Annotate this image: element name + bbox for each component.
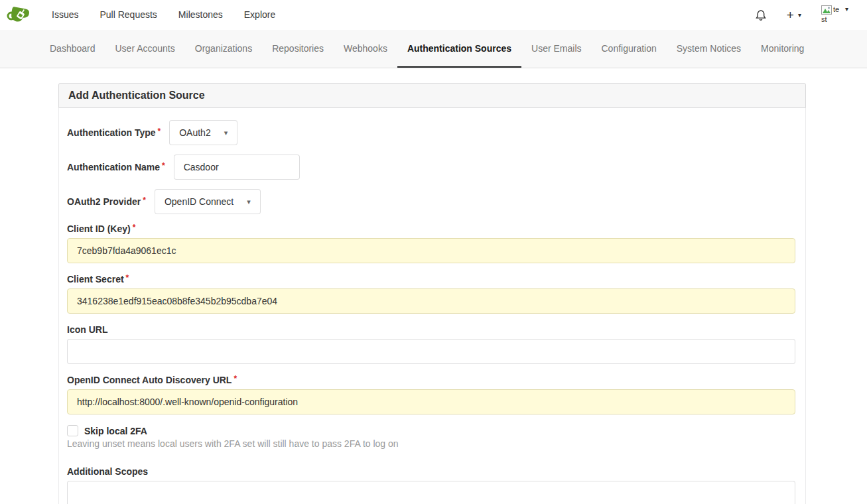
field-additional-scopes: Additional Scopes: [67, 466, 795, 504]
required-mark: *: [126, 273, 129, 283]
tab-authentication-sources[interactable]: Authentication Sources: [397, 30, 521, 68]
chevron-down-icon: ▾: [224, 129, 228, 137]
client-secret-label: Client Secret*: [67, 274, 795, 284]
tab-user-accounts[interactable]: User Accounts: [105, 30, 185, 68]
top-navbar: Issues Pull Requests Milestones Explore …: [0, 0, 867, 30]
tab-dashboard[interactable]: Dashboard: [40, 30, 105, 68]
required-mark: *: [158, 127, 161, 136]
tab-system-notices[interactable]: System Notices: [667, 30, 751, 68]
user-menu-dropdown[interactable]: test ▾: [821, 5, 848, 25]
discovery-url-label: OpenID Connect Auto Discovery URL*: [67, 375, 795, 385]
field-oauth2-provider: OAuth2 Provider* OpenID Connect ▾: [67, 189, 795, 214]
required-mark: *: [133, 223, 136, 232]
authentication-name-label: Authentication Name*: [67, 162, 165, 172]
main-content: Add Authentication Source Authentication…: [58, 83, 806, 504]
nav-item-explore[interactable]: Explore: [233, 0, 286, 30]
chevron-down-icon: ▾: [798, 11, 801, 19]
nav-item-pull-requests[interactable]: Pull Requests: [89, 0, 167, 30]
additional-scopes-label: Additional Scopes: [67, 466, 795, 477]
client-id-input[interactable]: [67, 238, 795, 263]
oauth2-provider-label: OAuth2 Provider*: [67, 196, 146, 207]
required-mark: *: [162, 161, 165, 170]
page-title: Add Authentication Source: [58, 83, 806, 108]
tab-configuration[interactable]: Configuration: [592, 30, 667, 68]
auth-source-form: Authentication Type* OAuth2 ▾ Authentica…: [58, 108, 806, 504]
tab-repositories[interactable]: Repositories: [262, 30, 334, 68]
icon-url-label: Icon URL: [67, 324, 795, 335]
nav-item-issues[interactable]: Issues: [41, 0, 89, 30]
skip-local-2fa-label[interactable]: Skip local 2FA: [84, 426, 147, 436]
plus-icon: +: [787, 9, 794, 21]
skip-local-2fa-checkbox[interactable]: [67, 425, 78, 436]
gitea-logo[interactable]: [7, 5, 31, 26]
admin-tab-bar: Dashboard User Accounts Organizations Re…: [0, 30, 867, 68]
nav-item-milestones[interactable]: Milestones: [168, 0, 233, 30]
gitea-logo-icon: [7, 5, 31, 26]
tab-organizations[interactable]: Organizations: [185, 30, 262, 68]
navbar-right: + ▾ test ▾: [755, 5, 848, 25]
authentication-type-label: Authentication Type*: [67, 127, 161, 138]
skip-local-2fa-help: Leaving unset means local users with 2FA…: [67, 438, 795, 449]
chevron-down-icon: ▾: [845, 5, 848, 13]
notifications-button[interactable]: [755, 9, 767, 21]
client-id-label: Client ID (Key)*: [67, 223, 795, 234]
icon-url-input[interactable]: [67, 339, 795, 364]
skip-local-2fa-row: Skip local 2FA: [67, 425, 795, 436]
chevron-down-icon: ▾: [247, 198, 251, 206]
authentication-type-select[interactable]: OAuth2 ▾: [169, 120, 237, 145]
required-mark: *: [233, 374, 237, 383]
client-secret-input[interactable]: [67, 288, 795, 314]
bell-icon: [755, 9, 767, 21]
broken-image-icon: [821, 5, 833, 15]
oauth2-provider-value: OpenID Connect: [165, 196, 233, 207]
avatar: test: [821, 5, 841, 25]
tab-webhooks[interactable]: Webhooks: [334, 30, 397, 68]
field-client-secret: Client Secret*: [67, 274, 795, 314]
navbar-left: Issues Pull Requests Milestones Explore: [7, 0, 286, 30]
required-mark: *: [143, 196, 146, 205]
tab-user-emails[interactable]: User Emails: [521, 30, 591, 68]
field-client-id: Client ID (Key)*: [67, 223, 795, 263]
discovery-url-input[interactable]: [67, 389, 795, 414]
authentication-type-value: OAuth2: [179, 127, 210, 138]
additional-scopes-input[interactable]: [67, 481, 795, 504]
create-new-dropdown[interactable]: + ▾: [787, 9, 801, 21]
authentication-name-input[interactable]: [174, 155, 300, 180]
oauth2-provider-select[interactable]: OpenID Connect ▾: [155, 189, 261, 214]
tab-monitoring[interactable]: Monitoring: [751, 30, 814, 68]
field-authentication-type: Authentication Type* OAuth2 ▾: [67, 120, 795, 145]
field-discovery-url: OpenID Connect Auto Discovery URL*: [67, 375, 795, 414]
field-icon-url: Icon URL: [67, 324, 795, 364]
field-authentication-name: Authentication Name*: [67, 155, 795, 180]
field-skip-local-2fa: Skip local 2FA Leaving unset means local…: [67, 425, 795, 449]
